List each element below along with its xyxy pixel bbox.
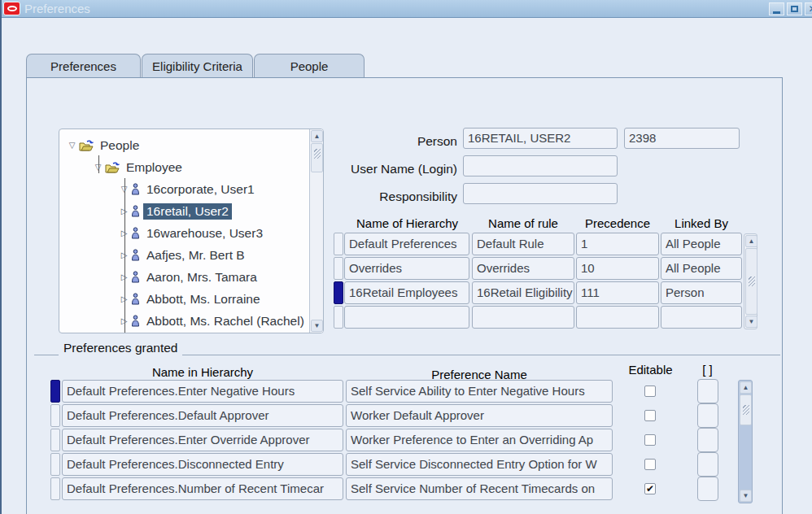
tab-preferences[interactable]: Preferences — [26, 54, 141, 77]
tab-people[interactable]: People — [254, 54, 365, 77]
folder-icon — [105, 162, 120, 173]
person-icon — [131, 315, 140, 327]
tree-item-label: Employee — [123, 159, 186, 176]
tab-eligibility-criteria[interactable]: Eligibility Criteria — [142, 54, 253, 77]
people-tree: ▽People▽Employee▽16corporate, User1▷16re… — [59, 128, 324, 333]
close-button[interactable]: ✕ — [805, 2, 812, 15]
preferences-window: Preferences ✕ Preferences Eligibility Cr… — [0, 0, 812, 514]
expander-right-icon[interactable]: ▷ — [118, 207, 130, 216]
window-title: Preferences — [24, 2, 90, 15]
tree-item[interactable]: ▽16corporate, User1 — [59, 178, 310, 200]
expander-right-icon[interactable]: ▷ — [118, 294, 130, 303]
person-icon — [131, 205, 140, 217]
expander-down-icon[interactable]: ▽ — [92, 163, 104, 172]
expander-down-icon[interactable]: ▽ — [66, 141, 78, 150]
tree-item-label: 16retail, User2 — [143, 203, 232, 220]
person-icon — [131, 293, 140, 305]
tree-item[interactable]: ▷Abbott, Ms. Rachel (Rachel) — [59, 310, 310, 332]
tree-item-label: 16warehouse, User3 — [143, 225, 266, 242]
expander-right-icon[interactable]: ▷ — [118, 250, 130, 259]
tree-item-label: 16corporate, User1 — [143, 181, 258, 198]
maximize-button[interactable] — [787, 2, 802, 15]
tree-item[interactable]: ▷Aaron, Mrs. Tamara — [59, 266, 310, 288]
expander-down-icon[interactable]: ▽ — [118, 185, 130, 194]
expander-right-icon[interactable]: ▷ — [118, 229, 130, 237]
tree-item[interactable]: ▷Abbott, Ms. Lorraine — [59, 288, 310, 310]
expander-right-icon[interactable]: ▷ — [118, 316, 130, 325]
tree-item[interactable]: ▷16retail, User2 — [59, 200, 310, 222]
scroll-down-icon[interactable]: ▼ — [311, 320, 323, 332]
preferences-granted-label: Preferences granted — [59, 341, 182, 359]
scrollbar-thumb[interactable] — [311, 143, 323, 172]
person-icon — [131, 271, 140, 283]
tree-item-label: Abbott, Ms. Rachel (Rachel) — [143, 313, 308, 329]
tree-item-label: Aaron, Mrs. Tamara — [143, 269, 260, 285]
tree-item-label: People — [97, 137, 142, 154]
folder-icon — [79, 140, 94, 151]
expander-right-icon[interactable]: ▷ — [118, 272, 130, 281]
person-icon — [131, 249, 140, 261]
scroll-up-icon[interactable]: ▲ — [311, 130, 323, 142]
tree-item[interactable]: ▽People — [59, 134, 310, 156]
person-icon — [131, 183, 140, 195]
tree-item[interactable]: ▽Employee — [59, 156, 310, 178]
tree-item[interactable]: ▷Aafjes, Mr. Bert B — [59, 244, 310, 266]
person-icon — [131, 227, 140, 239]
tree-item-label: Abbott, Ms. Lorraine — [143, 291, 264, 307]
oracle-logo-icon — [3, 2, 20, 15]
tree-item[interactable]: ▷16warehouse, User3 — [59, 222, 310, 244]
tree-item-label: Aafjes, Mr. Bert B — [143, 247, 248, 264]
tree-scrollbar[interactable]: ▲ ▼ — [309, 129, 323, 333]
minimize-button[interactable] — [769, 2, 784, 15]
title-bar[interactable]: Preferences ✕ — [2, 0, 812, 18]
